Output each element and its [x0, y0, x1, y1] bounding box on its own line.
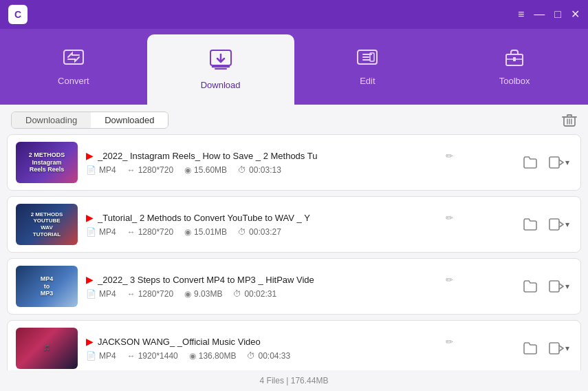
size-value: 136.80MB [199, 351, 237, 361]
size-icon: ◉ [189, 351, 196, 361]
convert-file-button[interactable]: ▾ [546, 339, 572, 358]
convert-file-button[interactable]: ▾ [546, 215, 572, 234]
file-item: 🎵 ▶ JACKSON WANG_ _Official Music Video … [7, 320, 581, 370]
convert-chevron[interactable]: ▾ [565, 344, 569, 353]
convert-chevron[interactable]: ▾ [565, 158, 569, 167]
convert-file-button[interactable]: ▾ [546, 277, 572, 296]
meta-resolution: ↔ 1280*720 [127, 227, 173, 237]
youtube-icon: ▶ [86, 150, 94, 161]
format-icon: 📄 [86, 289, 96, 299]
open-folder-button[interactable] [520, 339, 541, 358]
resolution-value: 1280*720 [138, 165, 173, 175]
file-info: ▶ _Tutorial_ 2 Methods to Convert YouTub… [86, 212, 512, 237]
open-folder-button[interactable] [520, 153, 541, 172]
size-icon: ◉ [184, 289, 191, 299]
meta-duration: ⏱ 00:03:13 [238, 165, 281, 175]
file-thumbnail: MP4toMP3 [16, 266, 78, 307]
footer: 4 Files | 176.44MB [0, 370, 588, 391]
size-icon: ◉ [184, 165, 191, 175]
minimize-button[interactable]: — [534, 9, 545, 20]
sub-tab-downloading[interactable]: Downloading [12, 112, 91, 128]
file-meta: 📄 MP4 ↔ 1280*720 ◉ 15.60MB ⏱ 00:03:13 [86, 165, 512, 175]
edit-label: Edit [360, 76, 375, 86]
menu-button[interactable]: ≡ [518, 9, 524, 20]
size-value: 15.01MB [194, 227, 227, 237]
resolution-icon: ↔ [127, 289, 135, 299]
toolbox-icon [503, 47, 525, 72]
tab-edit[interactable]: Edit [294, 29, 442, 105]
file-actions: ▾ [520, 277, 572, 296]
format-value: MP4 [99, 227, 116, 237]
resolution-value: 1280*720 [138, 227, 173, 237]
file-title-row: ▶ JACKSON WANG_ _Official Music Video ✏ [86, 336, 512, 347]
file-actions: ▾ [520, 215, 572, 234]
main-content: Downloading Downloaded 2 METHODSInstagra… [0, 105, 588, 391]
file-title-row: ▶ _2022_ Instagram Reels_ How to Save _ … [86, 150, 512, 161]
close-button[interactable]: ✕ [571, 9, 580, 20]
size-icon: ◉ [184, 227, 191, 237]
file-meta: 📄 MP4 ↔ 1280*720 ◉ 9.03MB ⏱ 00:02:31 [86, 289, 512, 299]
size-value: 15.60MB [194, 165, 227, 175]
meta-size: ◉ 15.01MB [184, 227, 227, 237]
file-title: _2022_ Instagram Reels_ How to Save _ 2 … [98, 151, 442, 161]
format-value: MP4 [99, 289, 116, 299]
svg-rect-7 [549, 157, 559, 168]
meta-format: 📄 MP4 [86, 165, 116, 175]
tab-toolbox[interactable]: Toolbox [441, 29, 588, 105]
file-actions: ▾ [520, 339, 572, 358]
file-info: ▶ JACKSON WANG_ _Official Music Video ✏ … [86, 336, 512, 361]
file-thumbnail: 2 METHODSInstagramReels Reels [16, 142, 78, 183]
sub-tab-downloaded[interactable]: Downloaded [91, 112, 168, 128]
convert-chevron[interactable]: ▾ [565, 282, 569, 291]
title-bar: C ≡ — □ ✕ [0, 0, 588, 29]
file-title: JACKSON WANG_ _Official Music Video [98, 337, 442, 347]
tab-convert[interactable]: Convert [0, 29, 147, 105]
file-actions: ▾ [520, 153, 572, 172]
resolution-value: 1280*720 [138, 289, 173, 299]
toolbox-label: Toolbox [499, 76, 530, 86]
sub-tab-bar: Downloading Downloaded [0, 105, 588, 134]
file-meta: 📄 MP4 ↔ 1280*720 ◉ 15.01MB ⏱ 00:03:27 [86, 227, 512, 237]
meta-duration: ⏱ 00:04:33 [247, 351, 290, 361]
file-item: 2 METHODSInstagramReels Reels ▶ _2022_ I… [7, 134, 581, 191]
file-title-row: ▶ _Tutorial_ 2 Methods to Convert YouTub… [86, 212, 512, 223]
file-thumbnail: 🎵 [16, 328, 78, 369]
nav-bar: Convert Download Edit [0, 29, 588, 105]
duration-value: 00:02:31 [244, 289, 276, 299]
meta-format: 📄 MP4 [86, 289, 116, 299]
convert-label: Convert [58, 76, 89, 86]
tab-download[interactable]: Download [147, 34, 294, 105]
file-title-row: ▶ _2022_ 3 Steps to Convert MP4 to MP3 _… [86, 274, 512, 285]
edit-title-icon[interactable]: ✏ [446, 275, 453, 285]
file-title: _2022_ 3 Steps to Convert MP4 to MP3 _ H… [98, 275, 442, 285]
convert-file-button[interactable]: ▾ [546, 153, 572, 172]
svg-rect-9 [549, 281, 559, 292]
open-folder-button[interactable] [520, 215, 541, 234]
maximize-button[interactable]: □ [554, 9, 561, 20]
meta-resolution: ↔ 1280*720 [127, 289, 173, 299]
meta-resolution: ↔ 1280*720 [127, 165, 173, 175]
meta-size: ◉ 9.03MB [184, 289, 222, 299]
edit-title-icon[interactable]: ✏ [446, 337, 453, 347]
delete-all-button[interactable] [562, 113, 577, 128]
youtube-icon: ▶ [86, 274, 94, 285]
edit-title-icon[interactable]: ✏ [446, 213, 453, 223]
file-list: 2 METHODSInstagramReels Reels ▶ _2022_ I… [0, 134, 588, 370]
window-controls: ≡ — □ ✕ [518, 9, 580, 20]
open-folder-button[interactable] [520, 277, 541, 296]
youtube-icon: ▶ [86, 336, 94, 347]
format-value: MP4 [99, 165, 116, 175]
resolution-icon: ↔ [127, 165, 135, 175]
sub-tabs: Downloading Downloaded [11, 112, 168, 129]
convert-chevron[interactable]: ▾ [565, 220, 569, 229]
edit-icon [356, 47, 378, 72]
svg-rect-5 [513, 57, 516, 61]
format-value: MP4 [99, 351, 116, 361]
svg-rect-0 [64, 50, 83, 64]
duration-icon: ⏱ [233, 289, 241, 299]
duration-icon: ⏱ [238, 165, 246, 175]
file-meta: 📄 MP4 ↔ 1920*1440 ◉ 136.80MB ⏱ 00:04:33 [86, 351, 512, 361]
edit-title-icon[interactable]: ✏ [446, 151, 453, 161]
meta-size: ◉ 15.60MB [184, 165, 227, 175]
resolution-icon: ↔ [127, 351, 135, 361]
